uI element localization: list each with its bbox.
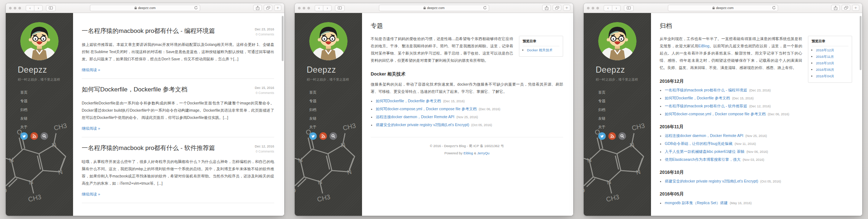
article-title[interactable]: 一名程序猿的macbook pro都有什么 - 编程环境篇 <box>82 27 215 35</box>
share-button[interactable] <box>831 5 840 11</box>
back-button[interactable]: ‹ <box>604 5 612 11</box>
post-link[interactable]: 搭建安全的docker private registry v2指南(Let's … <box>376 123 469 127</box>
search-button[interactable] <box>329 132 337 140</box>
toc-link[interactable]: 2016年05月 <box>816 68 834 72</box>
address-bar[interactable]: deepzz.com <box>379 5 489 11</box>
blog-tagline: 积一时之跬步，臻千里之遥程 <box>18 77 73 82</box>
post-link[interactable]: 一名程序猿的macbook pro都有什么 - 软件推荐篇 <box>665 104 747 108</box>
post-link[interactable]: 搭建安全的docker private registry v2指南(Let's … <box>665 179 758 183</box>
sidebar-item-about[interactable]: 关于 <box>20 125 73 130</box>
sidebar-toggle-button[interactable] <box>335 5 345 11</box>
reload-icon[interactable] <box>483 6 487 10</box>
post-link[interactable]: GDB命令基础，让你的程序bug无处躲藏 <box>665 141 732 146</box>
search-button[interactable] <box>41 132 48 140</box>
sidebar-item-topics[interactable]: 专题 <box>20 99 73 104</box>
powered-by: Powered by Eiblog & JerryQu <box>371 150 563 157</box>
article-title[interactable]: 一名程序猿的macbook pro都有什么 - 软件推荐篇 <box>82 144 215 152</box>
eiblog-link[interactable]: EiBlog <box>698 44 709 48</box>
post-link[interactable]: 远程连接docker daemon，Docker Remote API <box>665 133 743 138</box>
forward-button[interactable]: › <box>323 5 332 11</box>
sidebar-item-archive[interactable]: 归档 <box>598 107 651 112</box>
scrollbar-thumb[interactable] <box>860 16 861 70</box>
post-link[interactable]: 如何写docker-compose.yml，Docker compose fil… <box>376 107 477 111</box>
sidebar-toggle-button[interactable] <box>46 5 56 11</box>
minimize-button[interactable] <box>303 7 305 9</box>
scrollbar-thumb[interactable] <box>282 16 284 61</box>
new-tab-button[interactable]: + <box>852 5 859 11</box>
sidebar-item-links[interactable]: 友链 <box>309 116 362 121</box>
sidebar-item-topics[interactable]: 专题 <box>598 99 651 104</box>
twitter-button[interactable] <box>598 132 606 140</box>
sidebar-item-about[interactable]: 关于 <box>309 125 362 130</box>
post-link[interactable]: 入手人生第一款机械键盘ikbc poker61键位 茶轴 <box>665 149 744 154</box>
sidebar-item-links[interactable]: 友链 <box>20 116 73 121</box>
post-link[interactable]: 如何写Dockerfile，Dockerfile 参考文档 <box>665 96 730 100</box>
post-link[interactable]: 远程连接docker daemon，Docker Remote API <box>376 115 454 119</box>
browser-window-archive: ‹ › deepzz.com + Deepzz 积一时之跬步，臻千里之遥程 首页… <box>584 3 862 216</box>
toc-link[interactable]: 2016年04月 <box>816 74 834 78</box>
eiblog-link[interactable]: Eiblog <box>463 151 473 155</box>
post-link[interactable]: 如何写docker-compose.yml，Docker compose fil… <box>665 112 766 116</box>
sidebar-item-about[interactable]: 关于 <box>598 125 651 130</box>
rss-button[interactable] <box>319 132 327 140</box>
rss-button[interactable] <box>30 132 38 140</box>
read-more-link[interactable]: 继续阅读 » <box>82 126 100 131</box>
tab-overview-icon <box>266 6 270 9</box>
share-icon <box>834 6 838 10</box>
toc-link[interactable]: Docker 相关技术 <box>527 48 553 52</box>
jerryqu-link[interactable]: JerryQu <box>477 151 490 155</box>
toc-link[interactable]: 2016年11月 <box>816 55 834 59</box>
article-title[interactable]: 如何写Dockerfile，Dockerfile 参考文档 <box>82 85 187 94</box>
sidebar-item-links[interactable]: 友链 <box>598 116 651 121</box>
post-link[interactable]: 使用Elasticsearch作为本博客搜索引擎，强大 <box>665 157 740 162</box>
sidebar-item-archive[interactable]: 归档 <box>20 107 73 112</box>
read-more-link[interactable]: 继续阅读 » <box>82 192 100 197</box>
minimize-button[interactable] <box>592 7 594 9</box>
rss-button[interactable] <box>608 132 616 140</box>
toc-link[interactable]: 2016年10月 <box>816 61 834 65</box>
forward-button[interactable]: › <box>34 5 43 11</box>
minimize-button[interactable] <box>14 7 16 9</box>
toc-link[interactable]: 2016年12月 <box>816 48 834 52</box>
tab-overview-button[interactable] <box>553 5 561 11</box>
divider <box>82 203 274 203</box>
tab-overview-button[interactable] <box>842 5 850 11</box>
read-more-link[interactable]: 继续阅读 » <box>82 68 100 73</box>
post-date: (Dec 06, 2016) <box>768 112 790 116</box>
blog-sidebar: Deepzz 积一时之跬步，臻千里之遥程 首页 专题 归档 友链 关于 <box>584 13 651 216</box>
sidebar-item-home[interactable]: 首页 <box>598 90 651 95</box>
sidebar-item-home[interactable]: 首页 <box>20 90 73 95</box>
reload-icon[interactable] <box>194 6 198 10</box>
zoom-button[interactable] <box>307 7 310 9</box>
back-button[interactable]: ‹ <box>26 5 34 11</box>
sidebar-item-home[interactable]: 首页 <box>309 90 362 95</box>
share-icon <box>256 6 260 10</box>
tab-overview-button[interactable] <box>264 5 272 11</box>
sidebar-item-archive[interactable]: 归档 <box>309 107 362 112</box>
blog-tagline: 积一时之跬步，臻千里之遥程 <box>596 77 651 82</box>
twitter-button[interactable] <box>20 132 28 140</box>
share-button[interactable] <box>542 5 551 11</box>
new-tab-button[interactable]: + <box>274 5 281 11</box>
avatar <box>598 22 637 60</box>
post-link[interactable]: mongodb 副本集（Replica Set）搭建 <box>665 201 728 205</box>
forward-button[interactable]: › <box>612 5 621 11</box>
sidebar-toggle-button[interactable] <box>624 5 634 11</box>
back-button[interactable]: ‹ <box>315 5 323 11</box>
page-title: 归档 <box>660 22 852 30</box>
address-bar[interactable]: deepzz.com <box>90 5 200 11</box>
post-link[interactable]: 一名程序猿的macbook pro都有什么 - 编程环境篇 <box>665 88 747 92</box>
new-tab-button[interactable]: + <box>563 5 570 11</box>
zoom-button[interactable] <box>18 7 21 9</box>
address-bar[interactable]: deepzz.com <box>668 5 778 11</box>
close-button[interactable] <box>9 7 12 9</box>
reload-icon[interactable] <box>772 6 776 10</box>
sidebar-item-topics[interactable]: 专题 <box>309 99 362 104</box>
close-button[interactable] <box>587 7 590 9</box>
close-button[interactable] <box>298 7 301 9</box>
zoom-button[interactable] <box>596 7 599 9</box>
twitter-button[interactable] <box>309 132 317 140</box>
share-button[interactable] <box>253 5 262 11</box>
post-link[interactable]: 如何写Dockerfile，Dockerfile 参考文档 <box>376 99 441 103</box>
search-button[interactable] <box>618 132 626 140</box>
